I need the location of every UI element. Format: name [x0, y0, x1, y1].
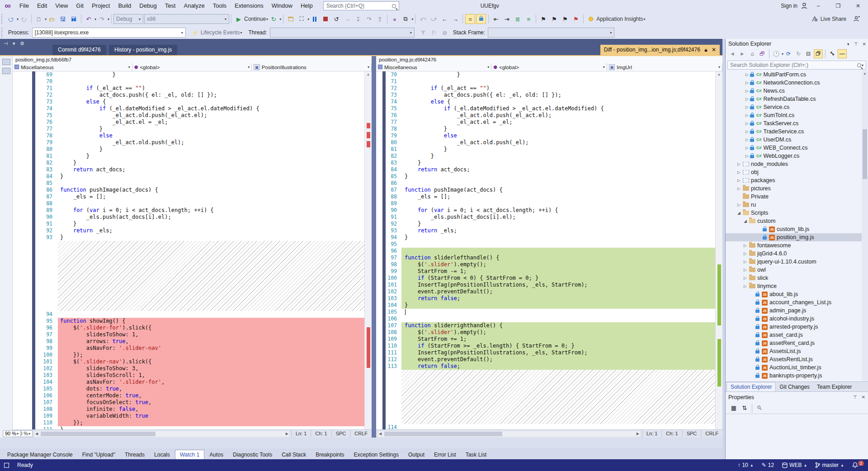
- quick-search-box[interactable]: Search (Ctrl+Q): [323, 1, 399, 10]
- refresh-icon[interactable]: ⟳: [784, 49, 793, 58]
- tree-item-networkconnection-cs[interactable]: ▷C#NetworkConnection.cs: [726, 79, 868, 87]
- solution-search-dropdown[interactable]: ▾: [862, 63, 863, 67]
- expander-icon[interactable]: ▷: [737, 162, 742, 166]
- se-forward-icon[interactable]: ►: [738, 49, 747, 58]
- tree-item-web-connect-cs[interactable]: ▷C#WEB_Connect.cs: [726, 144, 868, 152]
- undo-dropdown[interactable]: ▾: [94, 17, 96, 21]
- minimize-button[interactable]: –: [808, 0, 828, 12]
- nav-dropdown-positionillustrations[interactable]: ▣PositionIllustrations▾: [252, 63, 372, 71]
- diff-zoom-dropdown[interactable]: 90 %▾: [3, 430, 21, 437]
- user-account-icon[interactable]: [800, 2, 808, 10]
- step-into-button[interactable]: ↧: [353, 14, 363, 24]
- tree-item-news-cs[interactable]: ▷C#News.cs: [726, 87, 868, 95]
- bottom-splitter[interactable]: [0, 438, 722, 448]
- git-branch[interactable]: master▲: [811, 462, 848, 468]
- expander-icon[interactable]: ▷: [745, 154, 750, 158]
- tree-item-assetslist-js[interactable]: JSAssetsList.js: [726, 347, 868, 355]
- expander-icon[interactable]: ▷: [745, 72, 750, 77]
- tree-item-refreshdatatable-cs[interactable]: ▷C#RefreshDataTable.cs: [726, 95, 868, 103]
- tool-tab-autos[interactable]: Autos: [205, 450, 228, 459]
- tree-item-sumtoint-cs[interactable]: ▷C#SumToInt.cs: [726, 111, 868, 119]
- horizontal-scrollbar[interactable]: ◀▶: [378, 431, 640, 437]
- nav-dropdown-imgurl[interactable]: ▣ImgUrl▾: [607, 63, 722, 71]
- dock-pin-icon[interactable]: ⊣: [4, 41, 8, 47]
- collapse-all-icon[interactable]: ⊟: [804, 49, 813, 58]
- expander-icon[interactable]: ▷: [737, 186, 742, 191]
- compare-files-toggle[interactable]: =: [465, 14, 475, 24]
- tree-item-custom[interactable]: ◢custom: [726, 217, 868, 225]
- left-arrow-button[interactable]: ←: [439, 14, 449, 24]
- expander-icon[interactable]: ▷: [737, 178, 742, 183]
- find-dropdown[interactable]: ▾: [411, 17, 413, 21]
- tool-tab-exception-settings[interactable]: Exception Settings: [349, 450, 403, 459]
- se-back-icon[interactable]: ◄: [728, 49, 737, 58]
- sync-with-active-document-icon[interactable]: ↻: [794, 49, 803, 58]
- show-next-statement-button[interactable]: →: [342, 14, 352, 24]
- home-icon[interactable]: ⌂: [748, 49, 757, 58]
- clear-bookmarks-button[interactable]: ⚑: [571, 14, 581, 24]
- expander-icon[interactable]: ▷: [744, 268, 748, 272]
- tree-item-scripts[interactable]: ◢Scripts: [726, 209, 868, 217]
- continue-dropdown[interactable]: ▾: [266, 17, 268, 21]
- menu-build[interactable]: Build: [114, 2, 135, 9]
- menu-git[interactable]: Git: [72, 2, 88, 9]
- right-arrow-button[interactable]: →: [450, 14, 460, 24]
- feedback-person-icon[interactable]: [853, 15, 861, 23]
- tab-list-dropdown-icon[interactable]: ▾: [13, 41, 15, 47]
- lifecycle-events-label[interactable]: Lifecycle Events: [201, 29, 240, 36]
- tool-tab-threads[interactable]: Threads: [120, 450, 149, 459]
- expander-icon[interactable]: ◢: [744, 219, 748, 223]
- thread-dropdown[interactable]: ▾: [270, 28, 415, 38]
- git-pending-changes[interactable]: ✎ 12: [758, 462, 778, 468]
- tree-item-alcohol-industry-js[interactable]: JSalcohol-industry.js: [726, 315, 868, 323]
- expander-icon[interactable]: ▷: [744, 259, 748, 264]
- uncomment-button[interactable]: ≡: [524, 14, 533, 24]
- browser-link-button[interactable]: 🗔: [286, 14, 296, 24]
- tab-diff-active[interactable]: Diff - position_img...ion_img.js;d9f4247…: [600, 45, 720, 55]
- next-bookmark-button[interactable]: ⚑: [560, 14, 570, 24]
- tool-tab-output[interactable]: Output: [404, 450, 429, 459]
- backward-nav-button[interactable]: ⤺: [418, 14, 428, 24]
- tree-item-private[interactable]: Private: [726, 193, 868, 201]
- menu-help[interactable]: Help: [297, 2, 317, 9]
- expander-icon[interactable]: ▷: [745, 146, 750, 150]
- tree-item-admin-page-js[interactable]: JSadmin_page.js: [726, 306, 868, 315]
- tree-item-auctionlist-timber-js[interactable]: JSAuctionList_timber.js: [726, 363, 868, 372]
- menu-tools[interactable]: Tools: [209, 2, 231, 9]
- new-file-button[interactable]: 🗋: [34, 14, 44, 24]
- solution-explorer-search-box[interactable]: Search Solution Explorer (Ctrl+;) ▾: [727, 61, 866, 70]
- expander-icon[interactable]: ▷: [737, 170, 742, 174]
- close-button[interactable]: ✕: [848, 0, 868, 12]
- restart-app-button[interactable]: ↻: [269, 14, 278, 24]
- tree-item-tradeservice-cs[interactable]: ▷C#TradeService.cs: [726, 127, 868, 136]
- panel-tab-git-changes[interactable]: Git Changes: [776, 382, 813, 391]
- stop-debugging-button[interactable]: [321, 14, 330, 24]
- code-view-left[interactable]: 69 }7071 if (_el_act == "")72 act_docs.p…: [13, 71, 372, 429]
- expander-icon[interactable]: ▷: [744, 284, 748, 288]
- syntax-visualizer-icon[interactable]: 𝄪: [390, 14, 400, 24]
- tab-close-icon[interactable]: ✕: [712, 47, 716, 53]
- bookmark-button[interactable]: ⚑: [538, 14, 548, 24]
- tree-item-account-changes-list-js[interactable]: JSaccount_changes_List.js: [726, 298, 868, 306]
- show-all-files-toggle[interactable]: 🗇: [814, 49, 823, 58]
- save-button[interactable]: 🖫: [58, 14, 68, 24]
- tab-settings-gear-icon[interactable]: ⚙: [20, 41, 24, 47]
- tool-tab-call-stack[interactable]: Call Stack: [277, 450, 311, 459]
- solution-tree-scrollbar[interactable]: ▲: [862, 71, 868, 382]
- tree-item-node-modules[interactable]: ▷node_modules: [726, 160, 868, 168]
- continue-button[interactable]: ▶: [234, 14, 244, 24]
- tree-item-slick[interactable]: ▷slick: [726, 274, 868, 282]
- filter-dropdown[interactable]: ▾: [782, 52, 783, 56]
- tree-item-multipartform-cs[interactable]: ▷C#MultiPartForm.cs: [726, 71, 868, 79]
- step-out-button[interactable]: ↥: [375, 14, 385, 24]
- diff-options-icon[interactable]: [2, 68, 10, 74]
- menu-edit[interactable]: Edit: [33, 2, 51, 9]
- expander-icon[interactable]: ▷: [745, 113, 750, 118]
- comment-button[interactable]: ≣: [513, 14, 523, 24]
- tree-item-tinymce[interactable]: ▷tinymce: [726, 282, 868, 290]
- tree-item-packages[interactable]: ▷packages: [726, 176, 868, 184]
- tree-item-assetrent-card-js[interactable]: JSassetRent_card.js: [726, 339, 868, 347]
- flag-threads-icon[interactable]: ⚐: [429, 28, 439, 38]
- redo-button[interactable]: ↷: [97, 14, 107, 24]
- properties-pin-icon[interactable]: ⊤: [853, 395, 857, 400]
